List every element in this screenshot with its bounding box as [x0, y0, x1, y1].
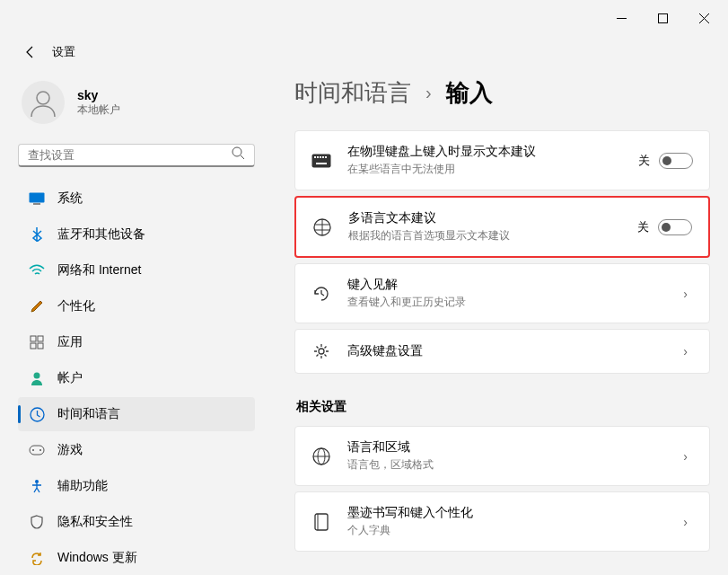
display-icon — [29, 190, 45, 207]
section-related: 相关设置 — [296, 399, 710, 415]
nav-label: 游戏 — [57, 442, 83, 458]
card-multilang-suggestions[interactable]: 多语言文本建议根据我的语言首选项显示文本建议 关 — [294, 196, 710, 258]
main-content: 时间和语言 › 输入 在物理键盘上键入时显示文本建议在某些语言中无法使用 关 多… — [269, 68, 728, 575]
card-title: 高级键盘设置 — [347, 343, 662, 359]
svg-rect-19 — [312, 154, 331, 167]
keyboard-icon — [311, 154, 331, 168]
card-sub: 根据我的语言首选项显示文本建议 — [348, 228, 621, 243]
breadcrumb: 时间和语言 › 输入 — [294, 77, 710, 109]
minimize-button[interactable] — [601, 4, 642, 32]
bluetooth-icon — [29, 226, 45, 243]
chevron-right-icon: › — [678, 344, 693, 358]
card-title: 语言和区域 — [347, 439, 662, 456]
chevron-right-icon: › — [678, 449, 693, 464]
nav-label: 帐户 — [57, 370, 83, 386]
svg-rect-10 — [38, 336, 43, 341]
globe-language-icon — [311, 447, 331, 466]
toggle-label: 关 — [637, 219, 649, 235]
svg-point-18 — [35, 480, 39, 483]
nav-label: 系统 — [57, 190, 83, 207]
brush-icon — [29, 298, 45, 314]
close-button[interactable] — [683, 4, 724, 32]
nav-update[interactable]: Windows 更新 — [18, 541, 255, 575]
search-box[interactable] — [18, 144, 255, 167]
svg-rect-23 — [322, 156, 324, 158]
card-kb-suggestions[interactable]: 在物理键盘上键入时显示文本建议在某些语言中无法使用 关 — [294, 130, 710, 190]
user-name: sky — [77, 88, 120, 102]
nav-label: 隐私和安全性 — [57, 514, 133, 530]
card-sub: 在某些语言中无法使用 — [347, 162, 622, 177]
nav-bluetooth[interactable]: 蓝牙和其他设备 — [18, 217, 255, 252]
svg-line-6 — [241, 155, 244, 159]
card-sub: 个人字典 — [347, 523, 662, 538]
gamepad-icon — [29, 442, 45, 458]
nav-privacy[interactable]: 隐私和安全性 — [18, 505, 255, 539]
svg-point-13 — [34, 373, 40, 379]
sidebar: sky 本地帐户 系统 蓝牙和其他设备 网络和 Internet 个性化 应用 … — [0, 68, 269, 575]
nav-accounts[interactable]: 帐户 — [18, 361, 255, 395]
svg-rect-24 — [325, 156, 327, 158]
nav-time-language[interactable]: 时间和语言 — [18, 397, 255, 431]
avatar — [22, 81, 65, 124]
svg-rect-15 — [30, 446, 44, 455]
window-titlebar — [0, 0, 728, 36]
chevron-right-icon: › — [678, 515, 693, 529]
app-title: 设置 — [52, 44, 75, 60]
card-sub: 语言包，区域格式 — [347, 457, 662, 473]
svg-rect-11 — [31, 343, 36, 349]
apps-icon — [29, 334, 45, 350]
search-input[interactable] — [28, 148, 232, 162]
dictionary-icon — [311, 513, 331, 531]
user-sub: 本地帐户 — [77, 102, 120, 118]
svg-rect-7 — [30, 193, 45, 203]
nav-network[interactable]: 网络和 Internet — [18, 253, 255, 288]
language-icon — [312, 217, 332, 237]
nav-gaming[interactable]: 游戏 — [18, 433, 255, 467]
svg-point-5 — [232, 147, 241, 156]
shield-icon — [29, 514, 45, 530]
card-ink-personalization[interactable]: 墨迹书写和键入个性化个人字典 › — [294, 491, 710, 552]
user-block[interactable]: sky 本地帐户 — [18, 75, 255, 137]
card-title: 键入见解 — [347, 277, 662, 293]
accessibility-icon — [29, 478, 45, 494]
nav-personalization[interactable]: 个性化 — [18, 289, 255, 323]
toggle-label: 关 — [638, 153, 650, 169]
nav-label: 应用 — [57, 334, 83, 350]
svg-point-27 — [319, 349, 324, 354]
svg-rect-1 — [658, 13, 667, 22]
maximize-button[interactable] — [642, 4, 683, 32]
svg-rect-8 — [33, 203, 40, 205]
toggle-switch[interactable] — [658, 219, 692, 235]
card-sub: 查看键入和更正历史记录 — [347, 295, 662, 310]
svg-rect-25 — [316, 163, 327, 164]
breadcrumb-current: 输入 — [446, 77, 493, 109]
chevron-right-icon: › — [678, 287, 693, 301]
globe-clock-icon — [29, 406, 45, 422]
nav-system[interactable]: 系统 — [18, 181, 255, 216]
card-advanced-keyboard[interactable]: 高级键盘设置 › — [294, 329, 710, 374]
toggle-switch[interactable] — [659, 153, 693, 169]
chevron-right-icon: › — [425, 83, 432, 103]
card-typing-insights[interactable]: 键入见解查看键入和更正历史记录 › — [294, 263, 710, 323]
svg-rect-31 — [315, 514, 328, 530]
svg-rect-21 — [317, 156, 319, 158]
gear-icon — [311, 342, 331, 360]
nav-label: 个性化 — [57, 298, 95, 314]
nav-apps[interactable]: 应用 — [18, 325, 255, 359]
svg-point-4 — [37, 92, 49, 104]
nav-accessibility[interactable]: 辅助功能 — [18, 469, 255, 503]
back-button[interactable] — [16, 38, 45, 66]
svg-point-16 — [32, 449, 34, 451]
topbar: 设置 — [0, 36, 728, 68]
svg-point-17 — [39, 449, 41, 451]
nav-label: 网络和 Internet — [57, 262, 141, 279]
svg-rect-9 — [31, 336, 36, 341]
breadcrumb-parent[interactable]: 时间和语言 — [294, 77, 411, 109]
nav-label: 时间和语言 — [57, 406, 120, 422]
svg-rect-22 — [320, 156, 321, 158]
card-language-region[interactable]: 语言和区域语言包，区域格式 › — [294, 426, 710, 486]
history-icon — [311, 285, 331, 303]
nav-label: 蓝牙和其他设备 — [57, 226, 145, 243]
card-title: 在物理键盘上键入时显示文本建议 — [347, 144, 622, 160]
person-icon — [29, 370, 45, 386]
